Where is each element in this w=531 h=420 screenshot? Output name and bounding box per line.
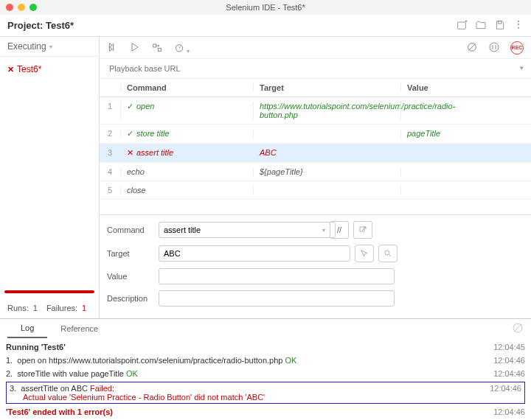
bottom-tabs: Log Reference bbox=[0, 318, 531, 337]
log-time: 12:04:46 bbox=[481, 369, 525, 378]
base-url-input[interactable] bbox=[104, 60, 527, 77]
row-target: ABC bbox=[253, 148, 400, 158]
log-panel: Running 'Test6'12:04:451. open on https:… bbox=[0, 337, 531, 420]
editor-value-label: Value bbox=[107, 272, 159, 281]
clear-log-icon[interactable] bbox=[512, 322, 524, 335]
row-number: 3 bbox=[100, 148, 120, 158]
content-area: ▾ REC ▾ Command Target Value 1✓openhttps… bbox=[100, 37, 531, 318]
svg-marker-7 bbox=[132, 43, 138, 51]
row-value bbox=[400, 167, 531, 176]
project-toolbar: Project: Test6* ⋮ bbox=[0, 15, 531, 37]
row-command: echo bbox=[120, 167, 253, 176]
row-target: ${pageTitle} bbox=[253, 167, 400, 176]
log-time: 12:04:46 bbox=[481, 356, 525, 365]
failures-label: Failures: bbox=[46, 304, 77, 312]
svg-line-21 bbox=[514, 324, 521, 331]
svg-point-18 bbox=[385, 251, 389, 255]
header-value: Value bbox=[400, 83, 531, 92]
chevron-down-icon[interactable]: ▾ bbox=[520, 64, 524, 71]
disable-breakpoints-icon[interactable] bbox=[466, 41, 478, 55]
pause-exceptions-icon[interactable] bbox=[488, 41, 500, 55]
header-target: Target bbox=[253, 83, 400, 92]
row-value: pageTitle bbox=[400, 129, 531, 139]
speed-icon[interactable]: ▾ bbox=[173, 41, 190, 55]
chevron-down-icon: ▾ bbox=[49, 43, 52, 50]
failures-count: 1 bbox=[82, 304, 86, 312]
svg-rect-9 bbox=[158, 48, 161, 51]
fail-icon: ✕ bbox=[7, 65, 14, 74]
main-area: Executing ▾ ✕ Test6* Runs: 1 Failures: 1… bbox=[0, 37, 531, 318]
command-grid: 1✓openhttps://www.tutorialspoint.com/sel… bbox=[100, 97, 531, 214]
sidebar-state[interactable]: Executing ▾ bbox=[0, 37, 99, 57]
run-all-icon[interactable] bbox=[107, 41, 119, 55]
new-project-icon[interactable] bbox=[456, 19, 468, 32]
row-command: ✕assert title bbox=[120, 148, 253, 158]
log-entry: 3. assertTitle on ABC Failed:Actual valu… bbox=[6, 382, 525, 404]
log-message: Running 'Test6' bbox=[6, 343, 481, 351]
svg-line-13 bbox=[468, 43, 475, 50]
command-editor: Command ▾ // Target Value Description bbox=[100, 214, 531, 318]
run-current-icon[interactable] bbox=[129, 41, 141, 55]
row-number: 4 bbox=[100, 167, 120, 176]
log-time: 12:04:46 bbox=[477, 384, 521, 402]
svg-line-19 bbox=[389, 255, 392, 257]
sidebar-state-label: Executing bbox=[7, 41, 46, 52]
log-message: 1. open on https://www.tutorialspoint.co… bbox=[6, 356, 481, 365]
tests-sidebar: Executing ▾ ✕ Test6* Runs: 1 Failures: 1 bbox=[0, 37, 100, 318]
find-target-icon[interactable] bbox=[378, 245, 398, 262]
toggle-comment-button[interactable]: // bbox=[330, 221, 349, 239]
row-command: ✓store title bbox=[120, 129, 253, 139]
project-name: Test6* bbox=[46, 20, 74, 31]
command-row[interactable]: 4echo${pageTitle} bbox=[100, 163, 531, 181]
svg-rect-3 bbox=[498, 21, 502, 23]
command-row[interactable]: 1✓openhttps://www.tutorialspoint.com/sel… bbox=[100, 97, 531, 125]
editor-command-input[interactable] bbox=[159, 222, 336, 238]
log-time: 12:04:46 bbox=[481, 407, 525, 416]
row-number: 1 bbox=[100, 102, 120, 119]
editor-target-input[interactable] bbox=[159, 245, 350, 262]
svg-marker-4 bbox=[109, 43, 112, 46]
record-button[interactable]: REC bbox=[510, 41, 524, 55]
editor-description-input[interactable] bbox=[159, 290, 395, 307]
svg-rect-8 bbox=[153, 44, 156, 47]
row-value bbox=[400, 186, 531, 195]
test-list: ✕ Test6* bbox=[0, 57, 99, 290]
log-entry: 'Test6' ended with 1 error(s)12:04:46 bbox=[6, 405, 525, 419]
editor-description-label: Description bbox=[107, 294, 159, 303]
tab-log[interactable]: Log bbox=[7, 319, 47, 338]
project-label: Project: Test6* bbox=[7, 20, 74, 31]
log-time: 12:04:45 bbox=[481, 343, 525, 351]
svg-point-10 bbox=[176, 44, 182, 51]
title-bar: Selenium IDE - Test6* bbox=[0, 0, 531, 15]
playback-toolbar: ▾ REC bbox=[100, 37, 531, 59]
log-message: 3. assertTitle on ABC Failed:Actual valu… bbox=[10, 384, 477, 402]
tab-reference[interactable]: Reference bbox=[47, 320, 111, 337]
row-command: close bbox=[120, 186, 253, 195]
open-project-icon[interactable] bbox=[475, 19, 487, 32]
progress-bar bbox=[4, 290, 94, 293]
command-row[interactable]: 2✓store titlepageTitle bbox=[100, 125, 531, 144]
save-project-icon[interactable] bbox=[494, 19, 506, 32]
open-command-docs-icon[interactable] bbox=[353, 221, 372, 239]
test-item[interactable]: ✕ Test6* bbox=[0, 60, 99, 79]
step-over-icon[interactable] bbox=[151, 41, 163, 55]
more-menu-icon[interactable]: ⋮ bbox=[513, 19, 524, 32]
command-row[interactable]: 3✕assert titleABC bbox=[100, 144, 531, 163]
row-command: ✓open bbox=[120, 102, 253, 119]
command-row[interactable]: 5close bbox=[100, 181, 531, 200]
row-target bbox=[253, 129, 400, 139]
log-message: 2. storeTitle with value pageTitle OK bbox=[6, 369, 481, 378]
editor-value-input[interactable] bbox=[159, 268, 395, 284]
test-name: Test6* bbox=[17, 64, 41, 74]
svg-marker-5 bbox=[109, 47, 112, 51]
svg-point-14 bbox=[490, 43, 499, 52]
row-value bbox=[400, 148, 531, 158]
select-target-icon[interactable] bbox=[355, 245, 374, 262]
command-grid-header: Command Target Value bbox=[100, 79, 531, 97]
runs-label: Runs: bbox=[7, 304, 29, 312]
project-label-text: Project: bbox=[7, 20, 43, 31]
row-target bbox=[253, 186, 400, 195]
log-entry: Running 'Test6'12:04:45 bbox=[6, 340, 525, 354]
editor-target-label: Target bbox=[107, 249, 159, 258]
header-command: Command bbox=[120, 83, 253, 92]
